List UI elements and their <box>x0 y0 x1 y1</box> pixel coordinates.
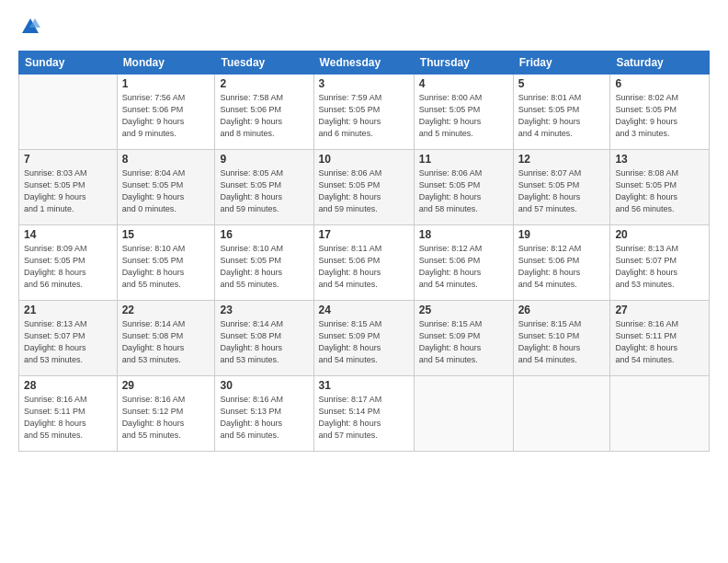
day-info: Sunrise: 8:04 AMSunset: 5:05 PMDaylight:… <box>122 167 210 215</box>
calendar-day-cell: 23Sunrise: 8:14 AMSunset: 5:08 PMDayligh… <box>215 300 313 375</box>
day-number: 27 <box>615 304 704 316</box>
logo <box>18 17 40 41</box>
calendar-day-cell: 26Sunrise: 8:15 AMSunset: 5:10 PMDayligh… <box>513 300 610 375</box>
day-number: 30 <box>220 379 308 392</box>
day-number: 1 <box>122 77 210 90</box>
day-info: Sunrise: 8:15 AMSunset: 5:09 PMDaylight:… <box>419 318 508 366</box>
day-info: Sunrise: 8:16 AMSunset: 5:13 PMDaylight:… <box>220 394 308 442</box>
calendar-day-cell: 19Sunrise: 8:12 AMSunset: 5:06 PMDayligh… <box>513 224 610 300</box>
calendar-week-row: 21Sunrise: 8:13 AMSunset: 5:07 PMDayligh… <box>19 300 710 375</box>
day-number: 29 <box>122 379 210 392</box>
day-number: 24 <box>319 304 409 316</box>
calendar-day-cell: 3Sunrise: 7:59 AMSunset: 5:05 PMDaylight… <box>313 74 414 149</box>
day-info: Sunrise: 8:09 AMSunset: 5:05 PMDaylight:… <box>24 243 112 291</box>
calendar-day-cell <box>414 375 513 451</box>
calendar-week-row: 14Sunrise: 8:09 AMSunset: 5:05 PMDayligh… <box>19 224 710 300</box>
day-info: Sunrise: 8:03 AMSunset: 5:05 PMDaylight:… <box>24 167 112 215</box>
calendar-day-cell: 14Sunrise: 8:09 AMSunset: 5:05 PMDayligh… <box>19 224 118 300</box>
calendar-week-row: 28Sunrise: 8:16 AMSunset: 5:11 PMDayligh… <box>19 375 710 451</box>
day-info: Sunrise: 8:08 AMSunset: 5:05 PMDaylight:… <box>615 167 704 215</box>
day-number: 16 <box>220 228 308 241</box>
calendar-day-cell: 10Sunrise: 8:06 AMSunset: 5:05 PMDayligh… <box>313 149 414 224</box>
calendar-day-cell: 16Sunrise: 8:10 AMSunset: 5:05 PMDayligh… <box>215 224 313 300</box>
day-info: Sunrise: 8:16 AMSunset: 5:12 PMDaylight:… <box>122 394 210 442</box>
calendar-day-cell: 29Sunrise: 8:16 AMSunset: 5:12 PMDayligh… <box>117 375 215 451</box>
day-info: Sunrise: 8:12 AMSunset: 5:06 PMDaylight:… <box>419 243 508 291</box>
day-number: 19 <box>518 228 606 241</box>
day-number: 13 <box>615 153 704 166</box>
day-header: Friday <box>513 51 610 74</box>
day-number: 31 <box>319 379 409 392</box>
calendar-day-cell <box>19 74 118 149</box>
calendar-day-cell: 17Sunrise: 8:11 AMSunset: 5:06 PMDayligh… <box>313 224 414 300</box>
day-info: Sunrise: 8:12 AMSunset: 5:06 PMDaylight:… <box>518 243 606 291</box>
calendar-day-cell: 12Sunrise: 8:07 AMSunset: 5:05 PMDayligh… <box>513 149 610 224</box>
day-number: 3 <box>319 77 409 90</box>
calendar-day-cell: 22Sunrise: 8:14 AMSunset: 5:08 PMDayligh… <box>117 300 215 375</box>
calendar-day-cell: 1Sunrise: 7:56 AMSunset: 5:06 PMDaylight… <box>117 74 215 149</box>
day-info: Sunrise: 7:59 AMSunset: 5:05 PMDaylight:… <box>319 92 409 140</box>
day-info: Sunrise: 7:56 AMSunset: 5:06 PMDaylight:… <box>122 92 210 140</box>
day-info: Sunrise: 8:02 AMSunset: 5:05 PMDaylight:… <box>615 92 704 140</box>
day-info: Sunrise: 8:15 AMSunset: 5:09 PMDaylight:… <box>319 318 409 366</box>
day-number: 12 <box>518 153 606 166</box>
day-info: Sunrise: 8:00 AMSunset: 5:05 PMDaylight:… <box>419 92 508 140</box>
day-header: Wednesday <box>313 51 414 74</box>
day-info: Sunrise: 8:15 AMSunset: 5:10 PMDaylight:… <box>518 318 606 366</box>
day-number: 6 <box>615 77 704 90</box>
day-header: Monday <box>117 51 215 74</box>
day-info: Sunrise: 8:10 AMSunset: 5:05 PMDaylight:… <box>220 243 308 291</box>
day-number: 21 <box>24 304 112 316</box>
day-number: 20 <box>615 228 704 241</box>
day-number: 11 <box>419 153 508 166</box>
calendar-table: SundayMondayTuesdayWednesdayThursdayFrid… <box>18 51 710 452</box>
day-number: 2 <box>220 77 308 90</box>
calendar-day-cell: 15Sunrise: 8:10 AMSunset: 5:05 PMDayligh… <box>117 224 215 300</box>
page: SundayMondayTuesdayWednesdayThursdayFrid… <box>0 0 728 563</box>
day-info: Sunrise: 8:14 AMSunset: 5:08 PMDaylight:… <box>122 318 210 366</box>
day-number: 25 <box>419 304 508 316</box>
day-info: Sunrise: 8:17 AMSunset: 5:14 PMDaylight:… <box>319 394 409 442</box>
calendar-day-cell: 27Sunrise: 8:16 AMSunset: 5:11 PMDayligh… <box>610 300 710 375</box>
day-info: Sunrise: 8:05 AMSunset: 5:05 PMDaylight:… <box>220 167 308 215</box>
calendar-day-cell: 25Sunrise: 8:15 AMSunset: 5:09 PMDayligh… <box>414 300 513 375</box>
day-number: 9 <box>220 153 308 166</box>
calendar-day-cell: 31Sunrise: 8:17 AMSunset: 5:14 PMDayligh… <box>313 375 414 451</box>
calendar-day-cell: 7Sunrise: 8:03 AMSunset: 5:05 PMDaylight… <box>19 149 118 224</box>
day-info: Sunrise: 8:14 AMSunset: 5:08 PMDaylight:… <box>220 318 308 366</box>
day-number: 8 <box>122 153 210 166</box>
day-number: 26 <box>518 304 606 316</box>
day-info: Sunrise: 8:16 AMSunset: 5:11 PMDaylight:… <box>24 394 112 442</box>
day-number: 14 <box>24 228 112 241</box>
calendar-week-row: 1Sunrise: 7:56 AMSunset: 5:06 PMDaylight… <box>19 74 710 149</box>
calendar-day-cell: 11Sunrise: 8:06 AMSunset: 5:05 PMDayligh… <box>414 149 513 224</box>
calendar-day-cell: 9Sunrise: 8:05 AMSunset: 5:05 PMDaylight… <box>215 149 313 224</box>
day-info: Sunrise: 8:10 AMSunset: 5:05 PMDaylight:… <box>122 243 210 291</box>
calendar-day-cell: 4Sunrise: 8:00 AMSunset: 5:05 PMDaylight… <box>414 74 513 149</box>
header <box>18 17 710 41</box>
day-info: Sunrise: 8:11 AMSunset: 5:06 PMDaylight:… <box>319 243 409 291</box>
day-info: Sunrise: 8:06 AMSunset: 5:05 PMDaylight:… <box>419 167 508 215</box>
day-header: Tuesday <box>215 51 313 74</box>
day-number: 17 <box>319 228 409 241</box>
day-number: 4 <box>419 77 508 90</box>
calendar-day-cell <box>513 375 610 451</box>
day-number: 7 <box>24 153 112 166</box>
day-number: 22 <box>122 304 210 316</box>
calendar-day-cell: 20Sunrise: 8:13 AMSunset: 5:07 PMDayligh… <box>610 224 710 300</box>
calendar-day-cell: 13Sunrise: 8:08 AMSunset: 5:05 PMDayligh… <box>610 149 710 224</box>
day-info: Sunrise: 8:07 AMSunset: 5:05 PMDaylight:… <box>518 167 606 215</box>
day-info: Sunrise: 7:58 AMSunset: 5:06 PMDaylight:… <box>220 92 308 140</box>
day-info: Sunrise: 8:06 AMSunset: 5:05 PMDaylight:… <box>319 167 409 215</box>
logo-icon <box>20 17 40 37</box>
day-number: 15 <box>122 228 210 241</box>
day-header: Saturday <box>610 51 710 74</box>
calendar-day-cell: 28Sunrise: 8:16 AMSunset: 5:11 PMDayligh… <box>19 375 118 451</box>
calendar-day-cell: 8Sunrise: 8:04 AMSunset: 5:05 PMDaylight… <box>117 149 215 224</box>
day-info: Sunrise: 8:13 AMSunset: 5:07 PMDaylight:… <box>24 318 112 366</box>
calendar-day-cell: 2Sunrise: 7:58 AMSunset: 5:06 PMDaylight… <box>215 74 313 149</box>
day-info: Sunrise: 8:16 AMSunset: 5:11 PMDaylight:… <box>615 318 704 366</box>
calendar-day-cell: 18Sunrise: 8:12 AMSunset: 5:06 PMDayligh… <box>414 224 513 300</box>
calendar-week-row: 7Sunrise: 8:03 AMSunset: 5:05 PMDaylight… <box>19 149 710 224</box>
day-number: 28 <box>24 379 112 392</box>
